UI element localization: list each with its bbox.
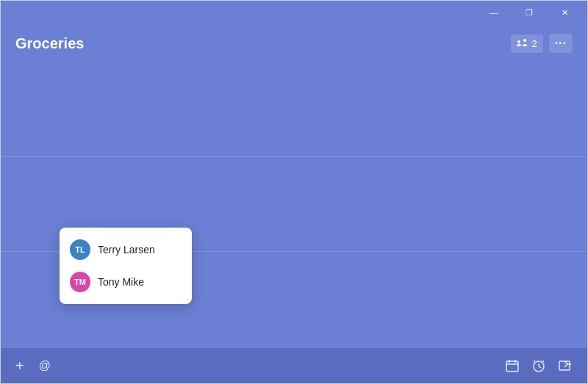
main-content: TL Terry Larsen TM Tony Mike: [1, 62, 587, 348]
people-dropdown: TL Terry Larsen TM Tony Mike: [60, 228, 192, 304]
share-icon: [558, 358, 573, 373]
mention-button[interactable]: @: [36, 356, 54, 375]
calendar-icon: [505, 358, 520, 373]
bottom-toolbar: + @: [1, 348, 587, 383]
svg-line-8: [542, 361, 544, 362]
participants-icon: [517, 37, 528, 50]
content-area: TL Terry Larsen TM Tony Mike: [1, 62, 587, 348]
share-button[interactable]: [555, 355, 576, 376]
close-button[interactable]: ✕: [548, 1, 581, 24]
svg-rect-0: [506, 361, 518, 372]
app-window: — ❐ ✕ Groceries 2 ···: [0, 0, 588, 384]
app-header: Groceries 2 ···: [1, 24, 587, 62]
more-button[interactable]: ···: [549, 34, 573, 53]
toolbar-left: + @: [12, 355, 54, 377]
minimize-button[interactable]: —: [477, 1, 511, 24]
avatar-terry: TL: [70, 239, 90, 260]
title-bar-controls: — ❐ ✕: [477, 1, 581, 24]
divider-1: [1, 156, 587, 157]
calendar-button[interactable]: [502, 355, 523, 376]
app-title: Groceries: [15, 35, 84, 52]
svg-rect-9: [559, 361, 570, 370]
toolbar-right: [502, 355, 576, 376]
svg-line-7: [534, 361, 535, 362]
person-item-tony[interactable]: TM Tony Mike: [60, 266, 192, 298]
maximize-button[interactable]: ❐: [512, 1, 546, 24]
avatar-tony: TM: [70, 272, 90, 292]
svg-line-6: [539, 366, 541, 368]
header-actions: 2 ···: [511, 34, 573, 53]
person-name-tony: Tony Mike: [98, 276, 144, 288]
person-item-terry[interactable]: TL Terry Larsen: [60, 233, 192, 266]
person-name-terry: Terry Larsen: [98, 244, 155, 256]
participants-count: 2: [531, 38, 537, 49]
title-bar: — ❐ ✕: [1, 1, 587, 24]
participants-button[interactable]: 2: [511, 35, 542, 53]
add-button[interactable]: +: [12, 355, 27, 377]
alarm-icon: [531, 358, 546, 373]
alarm-button[interactable]: [528, 355, 549, 376]
